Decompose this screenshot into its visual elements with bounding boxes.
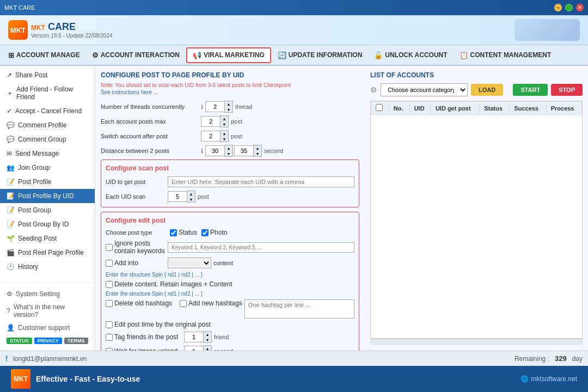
nav-account-manage[interactable]: ⊞ ACCOUNT MANAGE bbox=[3, 48, 85, 62]
sidebar-item-history[interactable]: 🕐 History bbox=[0, 260, 95, 274]
horizontal-scrollbar[interactable] bbox=[370, 339, 583, 345]
distance2-up-btn[interactable]: ▲ bbox=[254, 145, 261, 151]
sidebar-system-setting[interactable]: ⚙ System Setting bbox=[0, 287, 95, 301]
distance-label: Distance between 2 posts bbox=[101, 148, 199, 154]
photo-checkbox[interactable] bbox=[201, 229, 209, 236]
bottom-tagline: Effective - Fast - Easy-to-use bbox=[36, 375, 140, 383]
tag-friends-checkbox[interactable] bbox=[106, 334, 113, 341]
category-select[interactable]: Choose account category bbox=[381, 83, 468, 96]
wait-checkbox[interactable] bbox=[106, 348, 113, 351]
threads-up-btn[interactable]: ▲ bbox=[225, 101, 232, 107]
post-group-icon: 📝 bbox=[7, 206, 15, 214]
load-button[interactable]: LOAD bbox=[471, 84, 503, 96]
sidebar-item-post-reel[interactable]: 🎬 Post Reel Page Profile bbox=[0, 246, 95, 260]
maximize-button[interactable]: □ bbox=[565, 4, 573, 11]
wait-item[interactable]: Wait for image upload bbox=[106, 347, 182, 351]
add-into-checkbox[interactable] bbox=[106, 260, 113, 267]
delete-content-checkbox-item[interactable]: Delete content. Retain images + Content bbox=[106, 280, 232, 288]
sidebar-item-add-friend[interactable]: ＋ Add Friend - Follow Friend bbox=[0, 82, 95, 104]
sidebar-item-post-group-id[interactable]: 📝 Post Group By ID bbox=[0, 217, 95, 231]
delete-content-checkbox[interactable] bbox=[106, 281, 113, 288]
scan-up-btn[interactable]: ▲ bbox=[187, 191, 195, 197]
close-button[interactable]: ✕ bbox=[576, 4, 584, 11]
posts-max-input[interactable] bbox=[201, 116, 220, 127]
col-no: No. bbox=[389, 102, 409, 115]
posts-max-label: Each account posts max bbox=[101, 118, 199, 125]
sidebar-whats-new[interactable]: ? What's in the new version? bbox=[0, 301, 95, 321]
tag-down-btn[interactable]: ▼ bbox=[204, 337, 211, 342]
minimize-button[interactable]: ─ bbox=[554, 4, 562, 11]
threads-down-btn[interactable]: ▼ bbox=[225, 107, 232, 112]
ignore-checkbox[interactable] bbox=[106, 244, 113, 251]
posts-max-down-btn[interactable]: ▼ bbox=[220, 121, 228, 127]
sidebar-main: ↗ Share Post ＋ Add Friend - Follow Frien… bbox=[0, 66, 95, 283]
title-bar: MKT CARE ─ □ ✕ bbox=[0, 0, 588, 15]
distance2-down-btn[interactable]: ▼ bbox=[254, 151, 261, 156]
uid-input-row: UID to get post bbox=[106, 176, 354, 187]
spin-link-1[interactable]: Enter the structure Spin { nd1 | nd2 | .… bbox=[106, 272, 354, 278]
sidebar-item-seeding-post[interactable]: 🌱 Seeding Post bbox=[0, 231, 95, 246]
scan-input[interactable] bbox=[168, 191, 187, 202]
wait-up-btn[interactable]: ▲ bbox=[204, 346, 211, 351]
status-checkbox-item[interactable]: Status bbox=[170, 229, 197, 236]
stop-button[interactable]: STOP bbox=[551, 84, 583, 96]
uid-input[interactable] bbox=[168, 176, 354, 187]
nav-viral-marketing[interactable]: 📢 VIRAL MARKETING bbox=[186, 47, 271, 63]
scan-down-btn[interactable]: ▼ bbox=[187, 197, 195, 202]
threads-input[interactable] bbox=[205, 101, 224, 112]
edit-time-row: Edit post time by the original post bbox=[106, 321, 354, 328]
delete-hashtag-item[interactable]: Delete old hashtags bbox=[106, 299, 172, 307]
delete-hashtag-checkbox[interactable] bbox=[106, 300, 113, 307]
edit-time-item[interactable]: Edit post time by the original post bbox=[106, 321, 211, 328]
select-all-checkbox[interactable] bbox=[376, 104, 383, 111]
sidebar-item-join-group[interactable]: 👥 Join Group bbox=[0, 161, 95, 175]
status-checkbox[interactable] bbox=[170, 229, 177, 236]
tag-friends-item[interactable]: Tag friends in the post bbox=[106, 333, 182, 341]
sidebar-item-post-profile[interactable]: 📝 Post Profile bbox=[0, 175, 95, 189]
add-hashtag-checkbox[interactable] bbox=[180, 300, 187, 307]
account-interaction-icon: ⚙ bbox=[92, 51, 99, 59]
distance-input1[interactable] bbox=[205, 145, 224, 156]
posts-max-up-btn[interactable]: ▲ bbox=[220, 116, 228, 121]
privacy-badge[interactable]: PRIVACY bbox=[34, 338, 62, 344]
distance-unit: second bbox=[264, 148, 283, 154]
distance1-up-btn[interactable]: ▲ bbox=[225, 145, 232, 151]
wait-input[interactable] bbox=[184, 346, 203, 351]
distance-input2[interactable] bbox=[234, 145, 253, 156]
tag-up-btn[interactable]: ▲ bbox=[204, 332, 211, 337]
distance1-down-btn[interactable]: ▼ bbox=[225, 151, 232, 156]
add-into-checkbox-item[interactable]: Add into bbox=[106, 259, 166, 267]
col-process: Process bbox=[546, 102, 581, 115]
hashtag-textarea[interactable] bbox=[244, 299, 354, 318]
sidebar-item-comment-group[interactable]: 💬 Comment Group bbox=[0, 132, 95, 146]
instructions-link[interactable]: See instructions here ... bbox=[101, 89, 359, 95]
start-button[interactable]: START bbox=[513, 84, 548, 96]
nav-account-interaction[interactable]: ⚙ ACCOUNT INTERACTION bbox=[87, 48, 185, 62]
terms-badge[interactable]: TERMS bbox=[64, 338, 88, 344]
sidebar-item-comment-profile[interactable]: 💬 Comment Profile bbox=[0, 118, 95, 132]
nav-update-information[interactable]: 🔄 UPDATE INFORMATION bbox=[272, 48, 368, 62]
tag-friends-input[interactable] bbox=[184, 332, 203, 342]
sidebar-item-send-message[interactable]: ✉ Send Message bbox=[0, 146, 95, 161]
photo-checkbox-item[interactable]: Photo bbox=[201, 229, 227, 236]
account-manage-icon: ⊞ bbox=[8, 51, 14, 59]
ignore-checkbox-item[interactable]: Ignore posts contain keywords bbox=[106, 240, 166, 255]
status-badge[interactable]: STATUS bbox=[7, 338, 32, 344]
sidebar-customer-support[interactable]: 👤 Customer support bbox=[0, 321, 95, 334]
switch-down-btn[interactable]: ▼ bbox=[220, 136, 228, 142]
spin-link-2[interactable]: Enter the structure Spin { nd1 | nd2 | .… bbox=[106, 291, 354, 297]
switch-up-btn[interactable]: ▲ bbox=[220, 131, 228, 136]
sidebar-item-share-post[interactable]: ↗ Share Post bbox=[0, 68, 95, 82]
keywords-input[interactable] bbox=[168, 242, 354, 253]
switch-account-input[interactable] bbox=[201, 131, 220, 142]
edit-time-checkbox[interactable] bbox=[106, 321, 113, 328]
col-check bbox=[371, 102, 389, 115]
distance-info-icon: ℹ bbox=[201, 148, 203, 155]
sidebar-item-post-group[interactable]: 📝 Post Group bbox=[0, 203, 95, 217]
sidebar-item-accept-friend[interactable]: ✓ Accept - Cancel Friend bbox=[0, 104, 95, 118]
nav-content-management[interactable]: 📋 CONTENT MANAGEMENT bbox=[454, 48, 557, 62]
nav-unlock-account[interactable]: 🔓 UNLOCK ACCOUNT bbox=[369, 48, 452, 62]
add-into-select[interactable] bbox=[168, 258, 211, 268]
sidebar-item-post-profile-uid[interactable]: 📝 Post Profile By UID bbox=[0, 189, 95, 203]
add-hashtag-item[interactable]: Add new hashtags bbox=[180, 299, 242, 307]
